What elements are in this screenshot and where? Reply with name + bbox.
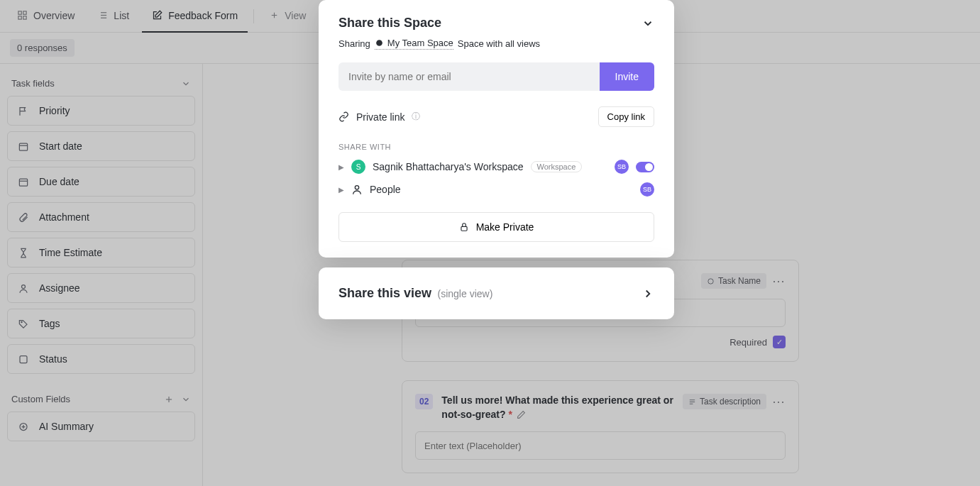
space-name: My Team Space	[387, 38, 453, 48]
workspace-avatar: S	[351, 160, 365, 174]
share-with-label: SHARE WITH	[338, 143, 654, 151]
caret-right-icon: ▶	[338, 186, 344, 194]
modal-title: Share this Space	[338, 16, 441, 31]
caret-right-icon: ▶	[338, 163, 344, 171]
private-link-label: Private link	[356, 111, 404, 123]
chevron-right-icon[interactable]	[642, 287, 654, 300]
share-row-workspace[interactable]: ▶ S Sagnik Bhattacharya's Workspace Work…	[338, 160, 654, 174]
sharing-trail: Space with all views	[458, 38, 540, 49]
share-view-modal[interactable]: Share this view (single view)	[319, 267, 674, 319]
space-icon	[375, 38, 384, 48]
modal2-title: Share this view	[338, 286, 431, 300]
workspace-name: Sagnik Bhattacharya's Workspace	[373, 161, 524, 172]
modal2-sub: (single view)	[438, 288, 493, 299]
person-icon	[351, 184, 363, 195]
copy-link-button[interactable]: Copy link	[598, 106, 654, 127]
share-space-modal: Share this Space Sharing My Team Space S…	[319, 0, 674, 258]
share-row-people[interactable]: ▶ People SB	[338, 182, 654, 197]
sharing-label: Sharing	[338, 38, 370, 49]
svg-point-26	[376, 40, 382, 46]
svg-rect-28	[461, 226, 467, 231]
people-label: People	[370, 184, 401, 195]
link-icon	[338, 111, 349, 122]
workspace-badge: Workspace	[531, 161, 583, 172]
invite-input[interactable]	[338, 62, 600, 91]
svg-point-27	[355, 186, 358, 189]
invite-button[interactable]: Invite	[600, 62, 654, 91]
space-link[interactable]: My Team Space	[375, 38, 453, 50]
user-avatar: SB	[615, 160, 629, 174]
chevron-down-icon[interactable]	[642, 17, 654, 30]
make-private-button[interactable]: Make Private	[338, 212, 654, 242]
make-private-label: Make Private	[476, 221, 534, 233]
info-icon[interactable]: ⓘ	[412, 111, 420, 123]
user-avatar: SB	[640, 182, 654, 197]
lock-icon	[459, 222, 469, 232]
share-toggle[interactable]	[636, 162, 654, 172]
